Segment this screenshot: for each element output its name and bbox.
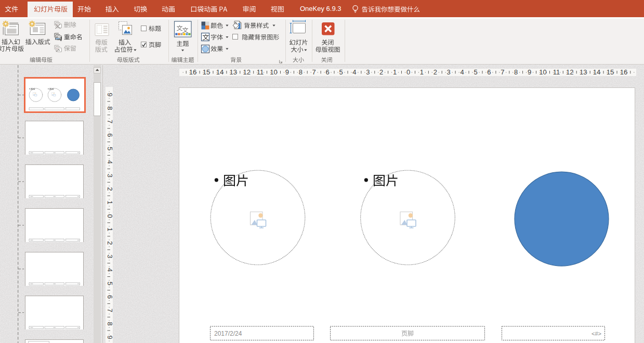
svg-text:10: 10	[270, 68, 277, 76]
svg-text:2: 2	[433, 68, 437, 76]
svg-text:7: 7	[106, 309, 114, 312]
svg-text:9: 9	[528, 68, 531, 76]
svg-text:2: 2	[106, 241, 114, 245]
svg-text:13: 13	[230, 68, 237, 76]
svg-text:14: 14	[593, 68, 600, 76]
svg-text:14: 14	[216, 68, 224, 76]
svg-text:1: 1	[106, 200, 114, 204]
svg-text:8: 8	[106, 322, 114, 326]
svg-text:12: 12	[243, 68, 250, 76]
svg-text:1: 1	[420, 68, 424, 76]
svg-text:2: 2	[106, 187, 114, 191]
svg-text:6: 6	[106, 295, 114, 299]
svg-text:7: 7	[501, 68, 504, 76]
svg-text:8: 8	[299, 68, 303, 76]
svg-text:0: 0	[406, 68, 410, 76]
svg-text:7: 7	[106, 120, 114, 123]
svg-text:3: 3	[106, 174, 114, 177]
svg-text:9: 9	[106, 93, 114, 96]
svg-text:9: 9	[285, 68, 289, 76]
svg-text:13: 13	[580, 68, 587, 76]
svg-text:1: 1	[393, 68, 397, 76]
svg-text:15: 15	[203, 68, 210, 76]
svg-text:8: 8	[514, 68, 518, 76]
svg-text:5: 5	[106, 282, 114, 285]
svg-text:7: 7	[312, 68, 316, 76]
svg-text:0: 0	[106, 214, 114, 218]
svg-text:3: 3	[106, 255, 114, 258]
svg-text:1: 1	[106, 227, 114, 231]
svg-text:4: 4	[106, 160, 114, 164]
svg-text:3: 3	[366, 68, 370, 76]
svg-text:4: 4	[106, 268, 114, 272]
svg-text:15: 15	[607, 68, 614, 76]
svg-text:6: 6	[487, 68, 491, 76]
svg-text:9: 9	[106, 335, 114, 339]
svg-text:6: 6	[325, 68, 329, 76]
svg-text:2: 2	[379, 68, 383, 76]
svg-text:5: 5	[339, 68, 343, 76]
svg-text:4: 4	[460, 68, 464, 76]
svg-text:12: 12	[566, 68, 573, 76]
svg-text:16: 16	[189, 68, 196, 76]
svg-text:6: 6	[106, 133, 114, 137]
svg-text:16: 16	[620, 68, 627, 76]
svg-text:5: 5	[474, 68, 477, 76]
svg-text:10: 10	[539, 68, 546, 76]
svg-text:11: 11	[257, 68, 264, 76]
svg-text:8: 8	[106, 106, 114, 110]
svg-text:3: 3	[447, 68, 451, 76]
svg-text:11: 11	[553, 68, 560, 76]
svg-text:4: 4	[352, 68, 356, 76]
svg-text:5: 5	[106, 147, 114, 150]
